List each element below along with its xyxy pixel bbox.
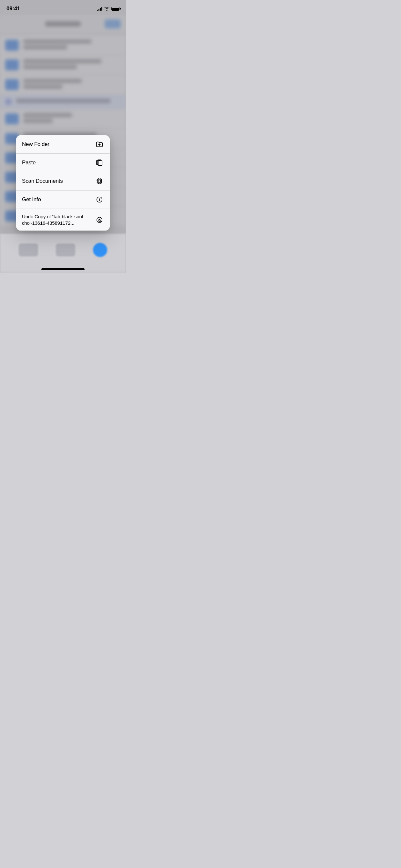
get-info-icon xyxy=(95,195,104,204)
scan-documents-icon xyxy=(95,177,104,186)
bottom-btn-center xyxy=(56,244,75,256)
svg-rect-2 xyxy=(98,160,102,166)
menu-item-new-folder[interactable]: New Folder xyxy=(16,135,110,154)
svg-rect-13 xyxy=(98,180,100,182)
context-menu: New Folder Paste Scan Documents xyxy=(16,135,110,230)
wifi-icon xyxy=(104,7,110,11)
menu-item-undo-copy-label: Undo Copy of “tab-black-soul-choi-13616-… xyxy=(22,213,92,226)
status-bar: 09:41 xyxy=(0,0,126,16)
signal-bars-icon xyxy=(97,7,103,11)
bottom-toolbar xyxy=(0,234,126,273)
paste-icon xyxy=(95,158,104,167)
bottom-btn-add xyxy=(93,243,107,257)
home-indicator xyxy=(41,268,85,270)
menu-item-paste-label: Paste xyxy=(22,159,92,166)
menu-item-get-info-label: Get Info xyxy=(22,196,92,203)
status-time: 09:41 xyxy=(6,5,20,12)
svg-point-16 xyxy=(99,198,99,198)
undo-icon xyxy=(95,215,104,224)
menu-item-new-folder-label: New Folder xyxy=(22,141,92,148)
menu-item-scan-documents-label: Scan Documents xyxy=(22,178,92,185)
menu-item-scan-documents[interactable]: Scan Documents xyxy=(16,172,110,190)
svg-rect-3 xyxy=(98,160,100,161)
status-icons xyxy=(97,7,120,11)
bottom-btn-left xyxy=(19,244,38,256)
new-folder-icon xyxy=(95,140,104,149)
battery-icon xyxy=(112,7,120,11)
menu-item-get-info[interactable]: Get Info xyxy=(16,190,110,209)
svg-rect-4 xyxy=(97,179,102,183)
menu-item-paste[interactable]: Paste xyxy=(16,154,110,172)
menu-item-undo-copy[interactable]: Undo Copy of “tab-black-soul-choi-13616-… xyxy=(16,209,110,230)
